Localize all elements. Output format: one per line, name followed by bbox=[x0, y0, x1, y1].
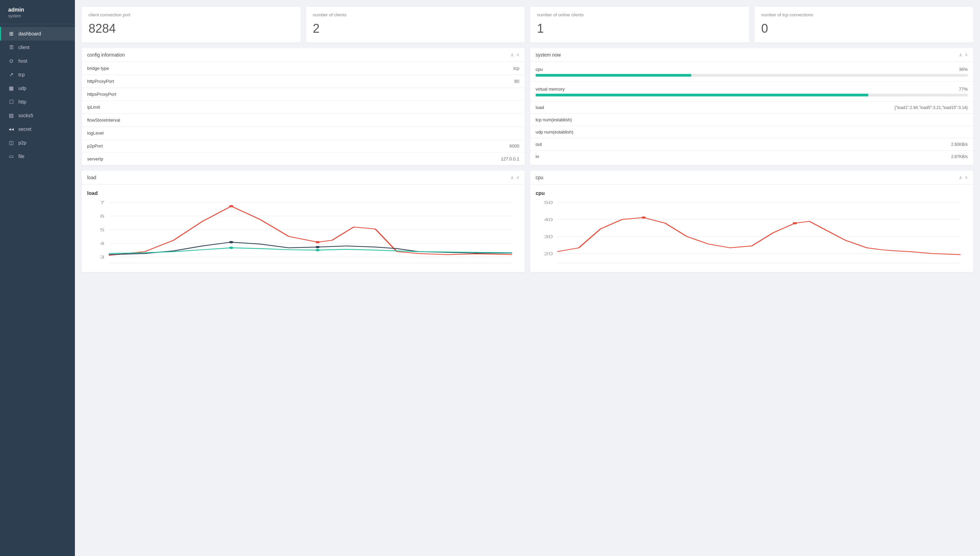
dashboard-icon: ⊞ bbox=[8, 31, 14, 37]
config-panel-header: config information ∧ × bbox=[82, 48, 525, 62]
sidebar-item-udp[interactable]: ▦ udp bbox=[0, 81, 75, 95]
config-close-button[interactable]: × bbox=[517, 52, 519, 57]
load-key: load bbox=[536, 105, 544, 110]
load-chart-panel: load ∧ × load bbox=[82, 171, 525, 272]
sidebar-item-label: http bbox=[18, 99, 26, 105]
http-icon: ☐ bbox=[8, 99, 14, 105]
config-row-http-proxy-port: httpProxyPort 80 bbox=[82, 75, 525, 88]
system-row-out: out 2.60KB/s bbox=[530, 138, 973, 150]
svg-point-14 bbox=[315, 246, 320, 248]
cpu-chart-panel: cpu ∧ × cpu 50 bbox=[530, 171, 973, 272]
sidebar-item-label: file bbox=[18, 154, 24, 159]
system-panel-header: system now ∧ × bbox=[530, 48, 973, 62]
svg-point-13 bbox=[229, 241, 234, 243]
svg-text:20: 20 bbox=[544, 251, 553, 256]
system-close-button[interactable]: × bbox=[965, 52, 968, 57]
cpu-chart-title: cpu bbox=[536, 175, 543, 180]
host-icon: ⊙ bbox=[8, 58, 14, 64]
sidebar-item-tcp[interactable]: ↗ tcp bbox=[0, 68, 75, 81]
svg-text:50: 50 bbox=[544, 200, 553, 205]
load-chart-header: load ∧ × bbox=[82, 171, 525, 185]
cpu-chart-body: cpu 50 40 30 20 bbox=[530, 185, 973, 272]
cpu-chart-container: 50 40 30 20 bbox=[536, 199, 968, 267]
config-key-server-ip: serverIp bbox=[87, 157, 103, 162]
config-row-server-ip: serverIp 127.0.0.1 bbox=[82, 153, 525, 165]
cpu-close-button[interactable]: × bbox=[965, 175, 968, 180]
stat-card-connection-port: client connection port 8284 bbox=[82, 7, 301, 43]
sidebar-item-client[interactable]: ☰ client bbox=[0, 40, 75, 54]
system-panel-title: system now bbox=[536, 52, 561, 58]
sidebar-item-p2p[interactable]: ◫ p2p bbox=[0, 136, 75, 150]
socks5-icon: ▤ bbox=[8, 112, 14, 118]
cpu-chart-inner-title: cpu bbox=[536, 190, 968, 196]
config-row-bridge-type: bridge type tcp bbox=[82, 62, 525, 75]
middle-panels-row: config information ∧ × bridge type tcp h… bbox=[82, 48, 973, 165]
svg-text:7: 7 bbox=[100, 200, 105, 205]
sidebar: admin system ⊞ dashboard ☰ client ⊙ host… bbox=[0, 0, 75, 556]
cpu-progress-fill bbox=[536, 74, 691, 77]
main-content: client connection port 8284 number of cl… bbox=[75, 0, 980, 556]
sidebar-item-label: p2p bbox=[18, 140, 26, 145]
config-row-ip-limit: ipLimit bbox=[82, 101, 525, 114]
cpu-pct: 36% bbox=[959, 67, 968, 72]
stat-card-num-clients: number of clients 2 bbox=[306, 7, 525, 43]
out-key: out bbox=[536, 142, 542, 147]
system-row-in: in 2.87KB/s bbox=[530, 150, 973, 163]
cpu-chart-controls: ∧ × bbox=[959, 175, 968, 180]
system-row-udp-establish: udp num(establish) bbox=[530, 126, 973, 138]
tcp-icon: ↗ bbox=[8, 71, 14, 78]
svg-text:40: 40 bbox=[544, 217, 553, 222]
config-key-https-proxy-port: httpsProxyPort bbox=[87, 92, 116, 97]
cpu-section: cpu 36% bbox=[530, 62, 973, 82]
out-value: 2.60KB/s bbox=[951, 142, 968, 147]
stat-value-num-clients: 2 bbox=[313, 21, 518, 36]
vmem-label: virtual memory bbox=[536, 87, 564, 92]
system-collapse-button[interactable]: ∧ bbox=[959, 52, 962, 57]
cpu-label: cpu bbox=[536, 67, 543, 72]
sidebar-nav: ⊞ dashboard ☰ client ⊙ host ↗ tcp ▦ udp … bbox=[0, 24, 75, 556]
cpu-collapse-button[interactable]: ∧ bbox=[959, 175, 962, 180]
sidebar-item-http[interactable]: ☐ http bbox=[0, 95, 75, 109]
load-close-button[interactable]: × bbox=[517, 175, 519, 180]
sidebar-item-label: host bbox=[18, 58, 27, 64]
file-icon: ▭ bbox=[8, 153, 14, 160]
system-row-load: load {"load1":2.94,"load5":3.21,"load15"… bbox=[530, 102, 973, 114]
vmem-pct: 77% bbox=[959, 87, 968, 92]
svg-point-16 bbox=[315, 249, 320, 251]
load-chart-body: load 7 6 5 4 3 bbox=[82, 185, 525, 272]
in-key: in bbox=[536, 154, 539, 159]
load-chart-container: 7 6 5 4 3 bbox=[87, 199, 519, 267]
config-row-p2p-port: p2pPort 6000 bbox=[82, 140, 525, 153]
svg-point-15 bbox=[229, 247, 234, 249]
config-row-flow-store: flowStoreInterval bbox=[82, 114, 525, 127]
stat-card-tcp-connections: number of tcp connections 0 bbox=[754, 7, 974, 43]
sidebar-item-label: tcp bbox=[18, 72, 25, 78]
stat-label-online-clients: number of online clients bbox=[537, 12, 742, 18]
load-chart-svg: 7 6 5 4 3 bbox=[87, 199, 519, 267]
sidebar-item-host[interactable]: ⊙ host bbox=[0, 54, 75, 68]
config-value-bridge-type: tcp bbox=[514, 66, 519, 71]
sidebar-item-label: dashboard bbox=[18, 31, 41, 36]
load-value: {"load1":2.94,"load5":3.21,"load15":3.14… bbox=[895, 105, 968, 110]
admin-name: admin bbox=[8, 7, 67, 13]
config-row-log-level: logLevel bbox=[82, 127, 525, 140]
stat-value-online-clients: 1 bbox=[537, 21, 742, 36]
sidebar-item-socks5[interactable]: ▤ socks5 bbox=[0, 109, 75, 122]
sidebar-item-secret[interactable]: ◂◂ secret bbox=[0, 122, 75, 136]
config-panel: config information ∧ × bridge type tcp h… bbox=[82, 48, 525, 165]
cpu-chart-header: cpu ∧ × bbox=[530, 171, 973, 185]
stat-label-num-clients: number of clients bbox=[313, 12, 518, 18]
svg-text:6: 6 bbox=[100, 213, 105, 218]
sidebar-item-file[interactable]: ▭ file bbox=[0, 150, 75, 163]
config-panel-controls: ∧ × bbox=[511, 52, 519, 57]
config-collapse-button[interactable]: ∧ bbox=[511, 52, 514, 57]
in-value: 2.87KB/s bbox=[951, 154, 968, 159]
svg-text:3: 3 bbox=[100, 254, 105, 259]
load-collapse-button[interactable]: ∧ bbox=[511, 175, 514, 180]
p2p-icon: ◫ bbox=[8, 140, 14, 146]
vmem-progress-fill bbox=[536, 94, 868, 96]
sidebar-item-dashboard[interactable]: ⊞ dashboard bbox=[0, 27, 75, 40]
admin-role: system bbox=[8, 14, 67, 18]
load-chart-inner-title: load bbox=[87, 190, 519, 196]
config-table: bridge type tcp httpProxyPort 80 httpsPr… bbox=[82, 62, 525, 165]
